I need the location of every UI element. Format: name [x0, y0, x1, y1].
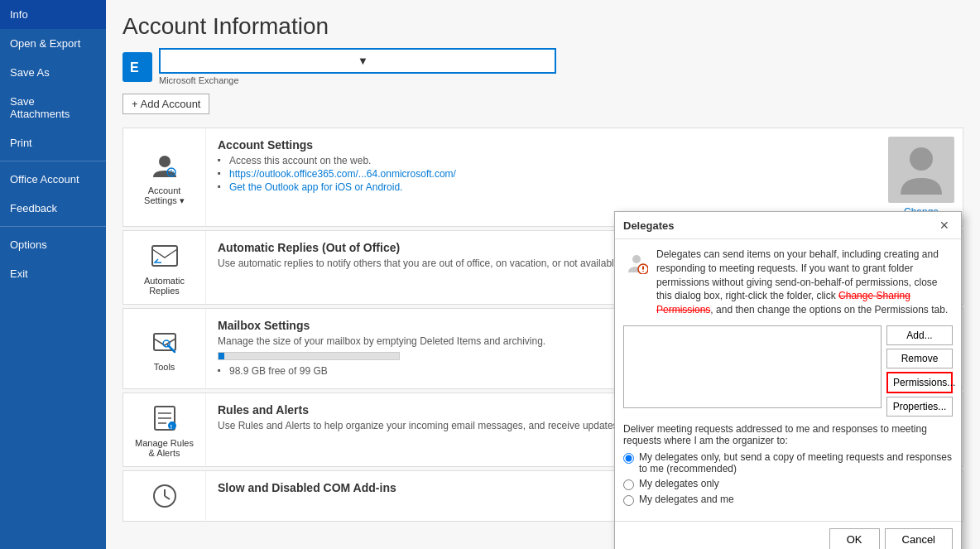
avatar-image	[888, 137, 954, 203]
svg-point-23	[642, 271, 644, 272]
acct-setting-link-1: Access this account on the web.	[218, 155, 868, 166]
slow-icon-col	[123, 471, 206, 521]
add-delegate-button[interactable]: Add...	[886, 325, 953, 345]
office365-link[interactable]: https://outlook.office365.com/...64.onmi…	[229, 168, 456, 180]
dialog-close-button[interactable]: ✕	[936, 219, 953, 232]
svg-line-19	[165, 496, 170, 499]
delegate-list-area: Add... Remove Permissions... Properties.…	[623, 325, 953, 417]
permissions-button[interactable]: Permissions...	[886, 372, 953, 393]
add-account-button[interactable]: + Add Account	[122, 94, 209, 114]
svg-rect-9	[154, 334, 175, 350]
sidebar-item-options[interactable]: Options	[0, 230, 106, 259]
dialog-footer: OK Cancel	[615, 521, 961, 549]
delegate-list-box[interactable]	[623, 325, 882, 408]
ios-android-link[interactable]: Get the Outlook app for iOS or Android.	[229, 181, 402, 193]
cancel-button[interactable]: Cancel	[885, 528, 953, 549]
radio-delegates-only-label: My delegates only	[639, 478, 719, 489]
dialog-body: Delegates can send items on your behalf,…	[615, 239, 961, 521]
svg-point-1	[159, 156, 171, 167]
highlight-text: Change Sharing Permissions	[656, 290, 910, 315]
account-dropdown[interactable]: ▼	[159, 48, 556, 74]
radio-delegates-and-me[interactable]: My delegates and me	[623, 494, 953, 506]
svg-text:!: !	[170, 423, 172, 431]
storage-fill	[219, 353, 224, 359]
delegate-buttons: Add... Remove Permissions... Properties.…	[886, 325, 953, 417]
sidebar-divider-2	[0, 226, 106, 227]
remove-delegate-button[interactable]: Remove	[886, 349, 953, 368]
tools-label: Tools	[154, 362, 175, 372]
storage-progress-bar	[218, 352, 400, 360]
sidebar-item-save-as[interactable]: Save As	[0, 58, 106, 87]
acct-setting-link-3[interactable]: Get the Outlook app for iOS or Android.	[218, 181, 868, 193]
meeting-requests-section: Deliver meeting requests addressed to me…	[623, 423, 953, 506]
exchange-icon: E	[122, 52, 152, 82]
acct-setting-link-2[interactable]: https://outlook.office365.com/...64.onmi…	[218, 168, 868, 180]
svg-point-20	[632, 255, 641, 263]
radio-delegates-copy-input[interactable]	[623, 453, 634, 464]
mailbox-icon-col[interactable]: Tools	[123, 309, 206, 388]
auto-replies-label: AutomaticReplies	[144, 276, 185, 296]
ok-button[interactable]: OK	[829, 528, 880, 549]
sidebar-item-open-export[interactable]: Open & Export	[0, 29, 106, 58]
radio-delegates-and-me-label: My delegates and me	[639, 494, 734, 505]
sidebar-divider	[0, 161, 106, 161]
sidebar-item-exit[interactable]: Exit	[0, 259, 106, 288]
page-title: Account Information	[122, 13, 963, 40]
account-settings-label: AccountSettings ▾	[144, 185, 185, 206]
tools-icon	[148, 325, 181, 359]
sidebar-item-print[interactable]: Print	[0, 128, 106, 157]
meeting-requests-label: Deliver meeting requests addressed to me…	[623, 423, 953, 446]
sidebar-item-info[interactable]: Info	[0, 0, 106, 29]
add-account-label: + Add Account	[132, 98, 200, 110]
svg-point-7	[910, 147, 933, 171]
delegates-dialog: Delegates ✕ Delegates can send items on …	[614, 211, 962, 549]
dialog-info-row: Delegates can send items on your behalf,…	[623, 248, 953, 317]
sidebar: Info Open & Export Save As Save Attachme…	[0, 0, 106, 549]
auto-replies-icon-col[interactable]: AutomaticReplies	[123, 231, 206, 304]
svg-text:E: E	[130, 60, 139, 75]
account-type-label: Microsoft Exchange	[159, 75, 556, 85]
account-selector-row: E ▼ Microsoft Exchange	[122, 48, 963, 85]
dialog-titlebar: Delegates ✕	[615, 212, 961, 239]
radio-delegates-copy-label: My delegates only, but send a copy of me…	[639, 451, 953, 474]
dialog-info-text: Delegates can send items on your behalf,…	[656, 248, 953, 317]
sidebar-item-feedback[interactable]: Feedback	[0, 194, 106, 223]
radio-delegates-and-me-input[interactable]	[623, 495, 634, 506]
account-settings-title: Account Settings	[218, 138, 868, 152]
radio-delegates-only-input[interactable]	[623, 479, 634, 490]
rules-icon-col[interactable]: ! Manage Rules& Alerts	[123, 393, 206, 466]
slow-icon	[148, 479, 181, 513]
rules-icon: !	[148, 402, 181, 435]
properties-button[interactable]: Properties...	[886, 397, 953, 417]
rules-label: Manage Rules& Alerts	[135, 438, 194, 458]
auto-replies-icon	[148, 239, 181, 272]
delegates-info-icon	[623, 249, 650, 276]
main-header: Account Information E ▼ Microsoft Exchan…	[106, 0, 980, 128]
dialog-title: Delegates	[623, 219, 674, 232]
account-settings-icon-col[interactable]: AccountSettings ▾	[123, 128, 206, 226]
dropdown-arrow-icon: ▼	[358, 55, 548, 67]
radio-delegates-copy[interactable]: My delegates only, but send a copy of me…	[623, 451, 953, 474]
account-settings-icon	[148, 149, 181, 182]
sidebar-item-save-attachments[interactable]: Save Attachments	[0, 87, 106, 128]
radio-delegates-only[interactable]: My delegates only	[623, 478, 953, 490]
sidebar-item-office-account[interactable]: Office Account	[0, 165, 106, 194]
